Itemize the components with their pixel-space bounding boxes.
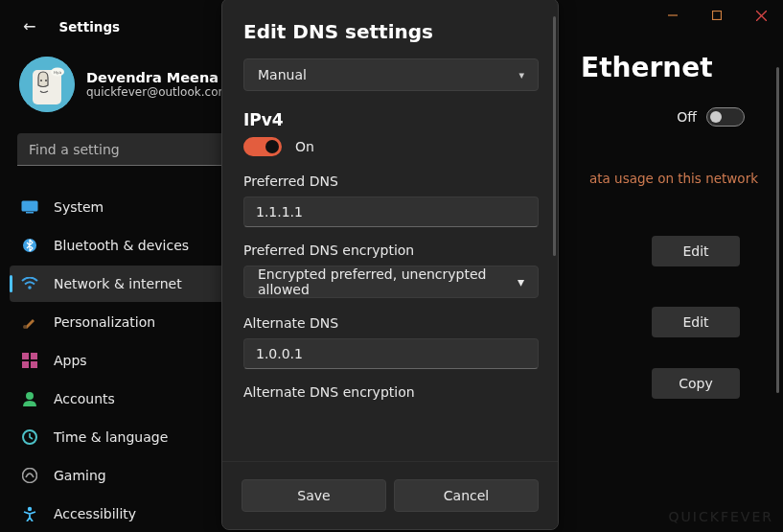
- chevron-down-icon: ▾: [518, 274, 524, 289]
- dns-mode-select[interactable]: Manual ▾: [243, 58, 539, 91]
- svg-text:Hya: Hya: [54, 70, 61, 75]
- page-title: Ethernet: [581, 52, 713, 83]
- svg-point-13: [28, 286, 32, 289]
- user-email: quickfever@outlook.com: [86, 85, 229, 99]
- svg-point-14: [23, 325, 27, 329]
- svg-rect-10: [22, 201, 38, 212]
- svg-rect-16: [31, 353, 37, 359]
- main-scrollbar[interactable]: [776, 67, 779, 393]
- sidebar-item-label: Apps: [54, 353, 87, 368]
- sidebar-item-label: System: [54, 199, 104, 215]
- edit-button-1[interactable]: Edit: [652, 236, 740, 266]
- bluetooth-icon: [21, 237, 38, 254]
- svg-point-22: [28, 507, 32, 511]
- metered-toggle[interactable]: [706, 107, 745, 127]
- sidebar-item-apps[interactable]: Apps: [10, 342, 242, 379]
- clock-icon: [21, 428, 38, 446]
- svg-point-6: [40, 80, 42, 81]
- metered-state-label: Off: [677, 109, 697, 125]
- data-usage-link[interactable]: ata usage on this network: [589, 171, 758, 186]
- alternate-enc-label: Alternate DNS encryption: [243, 384, 539, 400]
- edit-button-2[interactable]: Edit: [652, 307, 740, 337]
- watermark: QUICKFEVER: [669, 509, 773, 524]
- sidebar-item-label: Network & internet: [54, 276, 182, 291]
- sidebar-item-network[interactable]: Network & internet: [10, 266, 242, 302]
- copy-button[interactable]: Copy: [652, 368, 740, 399]
- ipv4-toggle-label: On: [295, 139, 314, 154]
- person-icon: [21, 390, 38, 407]
- dns-dialog: Edit DNS settings Manual ▾ IPv4 On Prefe…: [221, 0, 559, 530]
- preferred-dns-input[interactable]: [243, 197, 539, 227]
- alternate-dns-input[interactable]: [243, 338, 539, 369]
- svg-point-21: [23, 469, 37, 483]
- sidebar-item-label: Time & language: [54, 429, 168, 445]
- dialog-scrollbar[interactable]: [553, 16, 556, 256]
- wifi-icon: [21, 275, 38, 292]
- dns-mode-value: Manual: [258, 67, 307, 82]
- back-arrow-icon[interactable]: ←: [23, 17, 35, 35]
- sidebar-item-label: Bluetooth & devices: [54, 238, 189, 253]
- sidebar-item-gaming[interactable]: Gaming: [10, 457, 242, 494]
- sidebar-item-label: Accounts: [54, 391, 115, 406]
- svg-point-7: [45, 80, 47, 81]
- svg-rect-18: [31, 361, 37, 368]
- svg-point-19: [26, 392, 34, 400]
- sidebar-item-system[interactable]: System: [10, 189, 242, 225]
- sidebar: ← Settings Hya Devendra Meena: [0, 0, 251, 532]
- svg-rect-15: [22, 353, 29, 359]
- sidebar-item-accounts[interactable]: Accounts: [10, 381, 242, 417]
- cancel-button[interactable]: Cancel: [394, 479, 539, 512]
- nav-list: System Bluetooth & devices Network & int…: [0, 189, 251, 532]
- sidebar-item-time[interactable]: Time & language: [10, 419, 242, 455]
- sidebar-item-label: Personalization: [54, 314, 155, 330]
- preferred-dns-label: Preferred DNS: [243, 173, 539, 189]
- sidebar-item-label: Accessibility: [54, 506, 136, 521]
- preferred-enc-select[interactable]: Encrypted preferred, unencrypted allowed…: [243, 266, 539, 298]
- svg-rect-11: [26, 212, 34, 214]
- chevron-down-icon: ▾: [518, 69, 524, 81]
- apps-icon: [21, 352, 38, 369]
- accessibility-icon: [21, 505, 38, 522]
- search-input[interactable]: [17, 133, 236, 166]
- brush-icon: [21, 313, 38, 331]
- sidebar-item-label: Gaming: [54, 468, 106, 483]
- ipv4-heading: IPv4: [243, 110, 539, 129]
- preferred-enc-value: Encrypted preferred, unencrypted allowed: [258, 266, 518, 297]
- user-profile[interactable]: Hya Devendra Meena quickfever@outlook.co…: [0, 53, 251, 129]
- ipv4-toggle[interactable]: [243, 137, 282, 156]
- dialog-title: Edit DNS settings: [243, 20, 539, 43]
- gaming-icon: [21, 467, 38, 484]
- preferred-enc-label: Preferred DNS encryption: [243, 243, 539, 258]
- system-icon: [21, 198, 38, 216]
- window-title: Settings: [58, 19, 120, 35]
- save-button[interactable]: Save: [242, 479, 386, 512]
- sidebar-item-bluetooth[interactable]: Bluetooth & devices: [10, 227, 242, 264]
- sidebar-item-personalization[interactable]: Personalization: [10, 304, 242, 340]
- alternate-dns-label: Alternate DNS: [243, 315, 539, 331]
- user-name: Devendra Meena: [86, 70, 229, 85]
- sidebar-item-accessibility[interactable]: Accessibility: [10, 496, 242, 532]
- avatar: Hya: [19, 57, 75, 112]
- svg-rect-17: [22, 361, 29, 368]
